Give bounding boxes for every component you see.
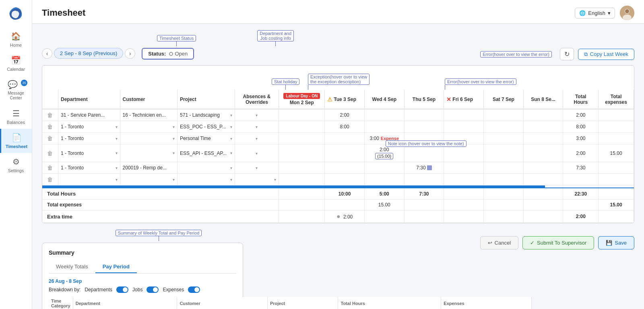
sun-cell[interactable] bbox=[523, 162, 563, 174]
sat-cell[interactable] bbox=[484, 121, 524, 133]
sidebar-item-message[interactable]: 💬35 MessageCenter bbox=[0, 76, 32, 105]
wed-cell[interactable] bbox=[364, 121, 404, 133]
tue-cell[interactable]: 8:00 bbox=[325, 121, 365, 133]
main-content: Timesheet 🌐 English ▾ bbox=[32, 0, 644, 309]
thu-cell[interactable] bbox=[404, 174, 444, 185]
proj-dropdown[interactable]: ESS_API - ESS_AP... ▾ bbox=[180, 150, 232, 156]
abs-dropdown[interactable]: Personal Time ▾ bbox=[180, 136, 232, 141]
delete-row-button[interactable]: 🗑 bbox=[47, 165, 53, 171]
sidebar-item-timesheet[interactable]: 📄 Timesheet bbox=[0, 129, 32, 153]
tue-cell[interactable]: 2:00 bbox=[325, 109, 365, 121]
sidebar-item-home[interactable]: 🏠 Home bbox=[0, 27, 32, 52]
dept-dropdown[interactable]: 1 - Toronto ▾ bbox=[61, 150, 118, 156]
copy-label: Copy Last Week bbox=[590, 51, 628, 57]
abs-dd-arrow[interactable]: ▾ bbox=[256, 136, 258, 141]
app-logo[interactable] bbox=[6, 4, 26, 23]
note-icon[interactable] bbox=[427, 165, 432, 170]
proj-dropdown[interactable]: ▾ bbox=[180, 177, 232, 182]
dept-cell: 1 - Toronto ▾ bbox=[58, 162, 120, 174]
wed-cell[interactable] bbox=[364, 109, 404, 121]
sun-cell[interactable] bbox=[523, 109, 563, 121]
delete-row-button[interactable]: 🗑 bbox=[47, 135, 53, 142]
cust-dropdown[interactable]: ▾ bbox=[123, 136, 175, 141]
refresh-button[interactable]: ↻ bbox=[560, 48, 574, 60]
summary-table: Time Category Department Customer Projec… bbox=[49, 297, 532, 309]
fri-cell[interactable] bbox=[444, 121, 484, 133]
cust-dropdown[interactable]: ▾ bbox=[123, 125, 175, 129]
wed-cell[interactable] bbox=[364, 174, 404, 185]
delete-cell: 🗑 bbox=[42, 162, 58, 174]
delete-row-button[interactable]: 🗑 bbox=[47, 112, 53, 118]
fri-cell[interactable] bbox=[444, 162, 484, 174]
dept-value: 31 - Service Paren... bbox=[61, 112, 105, 118]
tue-cell[interactable] bbox=[325, 174, 365, 185]
tue-cell[interactable] bbox=[325, 144, 365, 162]
next-week-button[interactable]: › bbox=[125, 48, 135, 59]
sun-cell[interactable] bbox=[523, 174, 563, 185]
dept-dropdown[interactable]: ▾ bbox=[61, 177, 118, 182]
dept-dropdown[interactable]: 1 - Toronto ▾ bbox=[61, 165, 118, 171]
prev-week-button[interactable]: ‹ bbox=[42, 48, 52, 59]
cust-dropdown[interactable]: ▾ bbox=[123, 151, 175, 155]
total-mon bbox=[279, 188, 325, 200]
tue-cell[interactable] bbox=[325, 133, 365, 144]
sun-cell[interactable] bbox=[523, 121, 563, 133]
sat-cell[interactable] bbox=[484, 109, 524, 121]
abs-dd-arrow[interactable]: ▾ bbox=[256, 151, 258, 156]
save-button[interactable]: 💾 Save bbox=[598, 236, 634, 249]
expenses-toggle[interactable] bbox=[188, 286, 200, 293]
sidebar-item-settings[interactable]: ⚙ Settings bbox=[0, 153, 32, 177]
tue-cell[interactable] bbox=[325, 162, 365, 174]
cust-dropdown[interactable]: ▾ bbox=[123, 177, 175, 182]
jobs-toggle[interactable] bbox=[147, 286, 159, 293]
delete-row-button[interactable]: 🗑 bbox=[47, 124, 53, 130]
mon-cell[interactable] bbox=[279, 121, 325, 133]
exp-sat bbox=[484, 200, 524, 210]
sat-cell[interactable] bbox=[484, 174, 524, 185]
tue-warning-icon: ⚠ bbox=[327, 96, 332, 103]
abs-dd-arrow[interactable]: ▾ bbox=[256, 125, 258, 129]
thu-cell[interactable] bbox=[404, 121, 444, 133]
dept-dropdown[interactable]: 1 - Toronto ▾ bbox=[61, 136, 118, 141]
total-hours-cell: 2:00 bbox=[563, 109, 599, 121]
tab-weekly-totals[interactable]: Weekly Totals bbox=[49, 261, 95, 273]
proj-dropdown[interactable]: ▾ bbox=[180, 166, 232, 170]
fri-cell[interactable] bbox=[444, 109, 484, 121]
copy-last-week-button[interactable]: ⧉ Copy Last Week bbox=[578, 49, 634, 60]
user-avatar[interactable] bbox=[620, 6, 634, 20]
sat-cell[interactable] bbox=[484, 144, 524, 162]
abs-dd-arrow[interactable]: ▾ bbox=[256, 166, 258, 170]
sidebar-item-calendar[interactable]: 📅 Calendar bbox=[0, 52, 32, 76]
abs-dd-arrow[interactable]: ▾ bbox=[256, 113, 258, 117]
mon-cell[interactable] bbox=[279, 174, 325, 185]
submit-supervisor-button[interactable]: ✓ Submit To Supervisor bbox=[522, 236, 594, 249]
fri-cell[interactable] bbox=[444, 174, 484, 185]
sat-cell[interactable] bbox=[484, 162, 524, 174]
abs-dropdown[interactable]: ▾ bbox=[237, 177, 277, 182]
thu-cell[interactable] bbox=[404, 109, 444, 121]
current-week-button[interactable]: 2 Sep - 8 Sep (Previous) bbox=[54, 48, 123, 59]
mon-cell[interactable] bbox=[279, 144, 325, 162]
sun-cell[interactable] bbox=[523, 144, 563, 162]
language-selector[interactable]: 🌐 English ▾ bbox=[575, 8, 615, 19]
delete-row-button[interactable]: 🗑 bbox=[47, 176, 53, 183]
mon-cell[interactable] bbox=[279, 133, 325, 144]
sun-cell[interactable] bbox=[523, 133, 563, 144]
sidebar-settings-label: Settings bbox=[8, 168, 24, 173]
cancel-button[interactable]: ↩ Cancel bbox=[480, 236, 518, 249]
mon-cell[interactable] bbox=[279, 162, 325, 174]
fri-cell[interactable] bbox=[444, 144, 484, 162]
proj-dropdown[interactable]: ESS_POC - ESS_P... ▾ bbox=[180, 124, 232, 130]
delete-row-button[interactable]: 🗑 bbox=[47, 150, 53, 157]
sat-cell[interactable] bbox=[484, 133, 524, 144]
thu-cell[interactable]: 7:30 bbox=[404, 162, 444, 174]
tab-pay-period[interactable]: Pay Period bbox=[95, 261, 137, 273]
thu-cell[interactable] bbox=[404, 144, 444, 162]
wed-cell[interactable]: 2:00 (15.00) Note icon (hover over to vi… bbox=[364, 144, 404, 162]
mon-cell[interactable] bbox=[279, 109, 325, 121]
sidebar-item-balances[interactable]: ☰ Balances bbox=[0, 105, 32, 129]
proj-dropdown[interactable]: 571 - Landscaping ▾ bbox=[180, 112, 232, 118]
wed-cell[interactable] bbox=[364, 162, 404, 174]
dept-toggle[interactable] bbox=[116, 286, 128, 293]
dept-dropdown[interactable]: 1 - Toronto ▾ bbox=[61, 124, 118, 130]
